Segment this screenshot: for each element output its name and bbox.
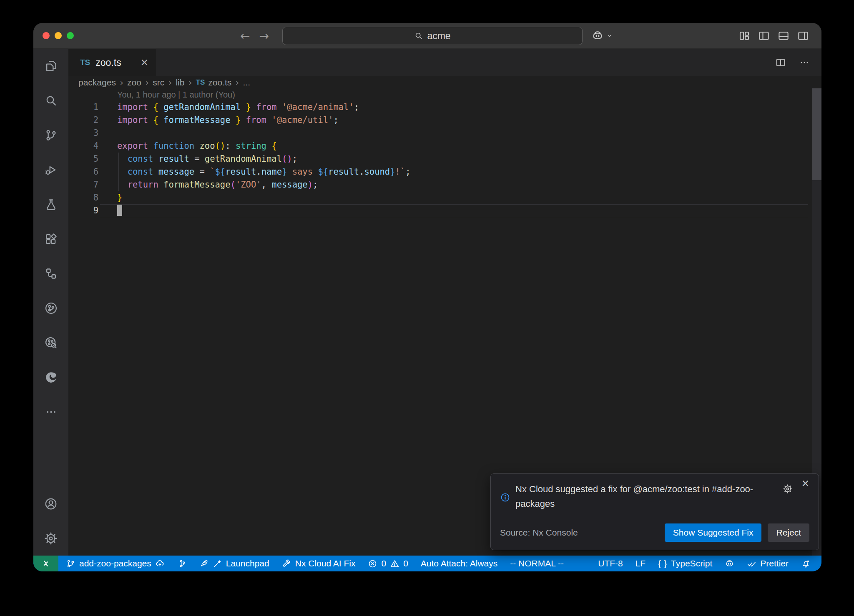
breadcrumb-label: packages [78, 78, 116, 88]
breadcrumb-label: src [153, 78, 164, 88]
breadcrumb-separator-icon: › [231, 77, 243, 88]
line-number: 3 [68, 127, 98, 140]
problems-status[interactable]: 00 [368, 558, 408, 568]
nx-cloud-ai-fix-status[interactable]: Nx Cloud AI Fix [282, 558, 356, 568]
more-views-icon [44, 405, 58, 419]
copilot-menu[interactable] [591, 23, 613, 49]
go-back-button[interactable]: ← [240, 29, 250, 43]
git-branch-status-label: add-zoo-packages [79, 558, 151, 568]
minimize-window-button[interactable] [55, 32, 62, 39]
breadcrumb-item[interactable]: src [153, 78, 164, 88]
breadcrumb-item[interactable]: packages [78, 78, 116, 88]
line-number: 5 [68, 153, 98, 165]
code-line-5: 5 const result = getRandomAnimal(); [68, 153, 821, 165]
eol-status[interactable]: LF [635, 558, 646, 568]
prettier-status[interactable]: Prettier [747, 558, 789, 568]
vscode-window: ← → acme TS zoo.ts ✕ [33, 23, 821, 571]
copilot-status[interactable] [725, 559, 734, 568]
gear-icon[interactable] [782, 483, 793, 494]
layout-sidebar-right-icon [797, 30, 809, 42]
layout-sidebar-button[interactable] [758, 30, 770, 42]
prettier-status-label: Prettier [760, 558, 789, 568]
tab-zoo-ts[interactable]: TS zoo.ts ✕ [68, 49, 156, 76]
layout-controls [738, 23, 809, 49]
layout-customize-button[interactable] [738, 30, 751, 42]
status-bar-right: UTF-8LF{ }TypeScriptPrettier [598, 556, 821, 571]
notification-message: Nx Cloud suggested a fix for @acme/zoo:t… [515, 482, 771, 511]
status-bar-left: add-zoo-packagesLaunchpadNx Cloud AI Fix… [58, 556, 564, 571]
reject-button[interactable]: Reject [768, 523, 809, 542]
status-bar: add-zoo-packagesLaunchpadNx Cloud AI Fix… [33, 556, 821, 571]
problems-status-label: 0 [403, 558, 408, 568]
line-number: 7 [68, 178, 98, 191]
activity-settings[interactable] [33, 521, 68, 556]
edge-tools-icon [44, 371, 58, 384]
remote-indicator[interactable] [33, 556, 58, 571]
search-icon [414, 31, 423, 40]
line-content: import { getRandomAnimal } from '@acme/a… [117, 101, 359, 114]
language-status[interactable]: { }TypeScript [658, 558, 712, 568]
command-center-text: acme [427, 30, 450, 42]
activity-nx-cloud-watch[interactable] [33, 326, 68, 360]
line-number: 6 [68, 165, 98, 178]
activity-project-hierarchy[interactable] [33, 256, 68, 291]
activity-explorer[interactable] [33, 49, 68, 83]
activity-account[interactable] [33, 486, 68, 521]
layout-panel-button[interactable] [777, 30, 790, 42]
git-graph-status[interactable] [177, 559, 187, 568]
title-bar: ← → acme [33, 23, 821, 49]
line-content: return formatMessage('ZOO', message); [117, 178, 318, 191]
command-center-search[interactable]: acme [282, 27, 583, 45]
show-suggested-fix-button[interactable]: Show Suggested Fix [665, 523, 762, 542]
breadcrumb-item[interactable]: lib [176, 78, 184, 88]
chevron-down-icon [606, 32, 613, 40]
scrollbar-slider[interactable] [812, 88, 821, 180]
chevron-down-icon [606, 32, 613, 40]
encoding-status[interactable]: UTF-8 [598, 558, 623, 568]
project-hierarchy-icon [44, 267, 58, 280]
breadcrumb-item[interactable]: ... [243, 78, 251, 88]
copilot-icon [725, 559, 734, 568]
vim-mode-status[interactable]: -- NORMAL -- [510, 558, 564, 568]
activity-search[interactable] [33, 83, 68, 118]
split-editor-icon [775, 57, 786, 68]
go-forward-button[interactable]: → [259, 29, 269, 43]
extensions-icon [44, 232, 58, 246]
layout-sidebar-icon [758, 30, 770, 42]
notifications-status[interactable] [801, 559, 811, 568]
encoding-status-label: UTF-8 [598, 558, 623, 568]
auto-attach-status[interactable]: Auto Attach: Always [421, 558, 497, 568]
activity-testing[interactable] [33, 187, 68, 222]
breadcrumb-item[interactable]: TSzoo.ts [196, 78, 232, 88]
layout-sidebar-right-button[interactable] [797, 30, 809, 42]
warning-icon [390, 559, 399, 568]
activity-extensions[interactable] [33, 222, 68, 256]
close-window-button[interactable] [43, 32, 50, 39]
notification-buttons: Show Suggested FixReject [665, 523, 809, 542]
git-branch-status[interactable]: add-zoo-packages [66, 558, 165, 568]
notification-footer: Source: Nx Console Show Suggested FixRej… [500, 523, 809, 542]
git-graph-icon [177, 559, 187, 568]
split-editor-button[interactable] [775, 57, 786, 68]
breadcrumb-item[interactable]: zoo [127, 78, 141, 88]
screen: ← → acme TS zoo.ts ✕ [0, 0, 854, 616]
breadcrumb-separator-icon: › [116, 77, 127, 88]
source-control-icon [44, 128, 58, 142]
tab-label: zoo.ts [95, 57, 121, 68]
zoom-window-button[interactable] [67, 32, 74, 39]
traffic-lights [43, 32, 74, 39]
line-number: 9 [68, 204, 98, 217]
close-tab-icon[interactable]: ✕ [141, 57, 148, 68]
nx-console-icon [44, 301, 58, 315]
ellipsis-button[interactable] [799, 57, 810, 68]
activity-edge-tools[interactable] [33, 360, 68, 395]
code-line-3: 3 [68, 127, 821, 140]
launchpad-status[interactable]: Launchpad [199, 558, 269, 568]
activity-more-views[interactable] [33, 395, 68, 429]
copilot-icon [591, 30, 604, 42]
activity-run-debug[interactable] [33, 153, 68, 187]
line-number: 4 [68, 140, 98, 153]
account-icon [44, 497, 58, 511]
activity-nx-console[interactable] [33, 291, 68, 326]
activity-source-control[interactable] [33, 118, 68, 153]
